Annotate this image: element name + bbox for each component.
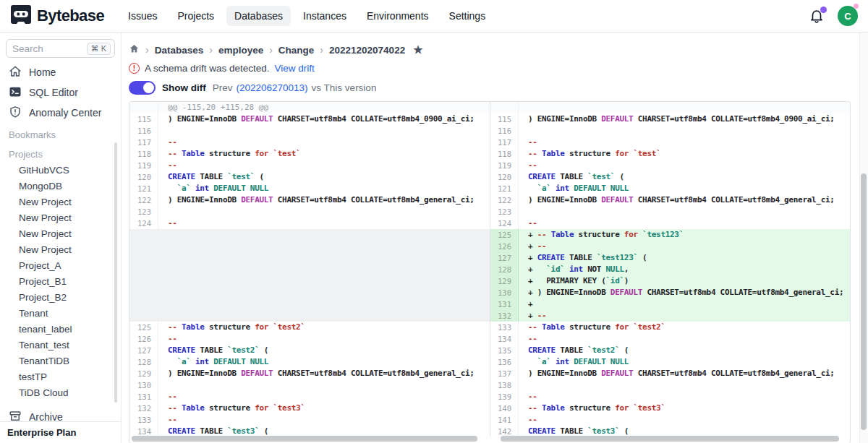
page-scrollbar-thumb[interactable] — [861, 173, 867, 430]
diff-line-number-left: 124 — [129, 218, 158, 229]
breadcrumb-separator: › — [209, 44, 213, 56]
anomaly-center-icon — [9, 106, 22, 121]
search-placeholder: Search — [12, 43, 87, 54]
sidebar-project-githubvcs[interactable]: GitHubVCS — [0, 162, 121, 178]
breadcrumb-item-20221202074022[interactable]: 20221202074022 — [329, 45, 405, 56]
diff-line-number-right: 139 — [490, 391, 519, 403]
diff-line-number-left — [129, 275, 158, 287]
sidebar-project-tenant[interactable]: Tenant — [0, 305, 121, 321]
diff-row: 121 `a` int DEFAULT NULL121 `a` int DEFA… — [129, 183, 850, 194]
diff-row: 116116 — [129, 125, 850, 137]
nav-item-databases[interactable]: Databases — [226, 6, 291, 26]
diff-code-l: -- — [158, 218, 490, 229]
sidebar: Search ⌘ K HomeSQL EditorAnomaly Center … — [0, 33, 122, 443]
sidebar-item-anomaly-center[interactable]: Anomaly Center — [0, 103, 121, 123]
sidebar-project-tenant-test[interactable]: Tenant_test — [0, 337, 121, 353]
breadcrumb-item-employee[interactable]: employee — [218, 45, 263, 56]
breadcrumb-item-change[interactable]: Change — [278, 45, 315, 56]
sidebar-project-tenanttidb[interactable]: TenantTiDB — [0, 353, 121, 369]
alert-text: A schema drift was detected. — [145, 63, 270, 74]
breadcrumb-home-icon[interactable] — [129, 43, 140, 56]
diff-row: 126--134-- — [129, 333, 850, 345]
breadcrumb-separator: › — [269, 44, 273, 56]
diff-line-number-left — [129, 287, 158, 298]
diff-line-number-left: 127 — [129, 345, 158, 356]
diff-left-hscrollbar[interactable] — [132, 436, 477, 442]
sidebar-project-testtp[interactable]: testTP — [0, 369, 121, 384]
diff-row: 122) ENGINE=InnoDB DEFAULT CHARSET=utf8m… — [129, 194, 850, 206]
diff-code-r: + `id` int NOT NULL, — [519, 264, 850, 275]
diff-line-number-left: 116 — [129, 125, 158, 137]
sidebar-project-project-b1[interactable]: Project_B1 — [0, 273, 121, 289]
section-label-bookmarks: Bookmarks — [0, 123, 121, 142]
vs-label: vs This version — [312, 82, 377, 93]
diff-row: 133--141-- — [129, 414, 850, 426]
avatar-initial: C — [838, 6, 858, 26]
sidebar-project-new-project[interactable]: New Project — [0, 210, 121, 225]
diff-code-r: + ) ENGINE=InnoDB DEFAULT CHARSET=utf8mb… — [519, 287, 850, 298]
sidebar-project-tenant-label[interactable]: tenant_label — [0, 321, 121, 337]
diff-line-number-right: 134 — [490, 333, 519, 345]
diff-line-number-left: 128 — [129, 356, 158, 368]
sidebar-project-project-a[interactable]: Project_A — [0, 257, 121, 273]
search-shortcut-kbd: ⌘ K — [87, 43, 111, 55]
diff-row: 131+ — [129, 298, 850, 310]
bookmark-star-icon[interactable]: ★ — [413, 43, 422, 56]
diff-code-r: CREATE TABLE `test2` ( — [519, 345, 850, 356]
nav-item-settings[interactable]: Settings — [441, 6, 494, 26]
diff-line-number-right: 141 — [490, 414, 519, 426]
breadcrumb-item-databases[interactable]: Databases — [155, 45, 204, 56]
diff-rows: @@ -115,20 +115,28 @@115) ENGINE=InnoDB … — [129, 102, 850, 437]
search-input[interactable]: Search ⌘ K — [6, 39, 115, 58]
sidebar-item-label: SQL Editor — [29, 87, 78, 98]
nav-item-environments[interactable]: Environments — [359, 6, 437, 26]
schema-drift-alert: ! A schema drift was detected. View drif… — [129, 60, 859, 76]
breadcrumb-separator: › — [320, 44, 323, 56]
plan-bar: Enterprise Plan — [0, 421, 121, 443]
sql-editor-icon — [9, 85, 22, 100]
sidebar-project-new-project[interactable]: New Project — [0, 241, 121, 257]
bytebase-logo[interactable]: Bytebase — [10, 4, 104, 28]
diff-code-l — [158, 264, 490, 275]
plan-label: Enterprise Plan — [7, 427, 76, 438]
sidebar-item-home[interactable]: Home — [0, 62, 121, 82]
notifications-button[interactable] — [809, 8, 825, 24]
diff-line-number-right: 125 — [490, 229, 519, 241]
diff-line-number-left: 132 — [129, 403, 158, 414]
sidebar-item-sql-editor[interactable]: SQL Editor — [0, 82, 121, 103]
sidebar-project-new-project[interactable]: New Project — [0, 194, 121, 210]
diff-line-number-left — [129, 229, 158, 241]
sidebar-project-tidb-cloud[interactable]: TiDB Cloud — [0, 384, 121, 400]
diff-line-number-right: 131 — [490, 298, 519, 310]
diff-line-number-left: 125 — [129, 322, 158, 333]
sidebar-project-project-b2[interactable]: Project_B2 — [0, 289, 121, 305]
diff-code-r: ) ENGINE=InnoDB DEFAULT CHARSET=utf8mb4 … — [519, 113, 850, 125]
sidebar-scrollbar[interactable] — [114, 142, 117, 403]
nav-item-issues[interactable]: Issues — [120, 6, 165, 26]
sidebar-project-mongodb[interactable]: MongoDB — [0, 178, 121, 194]
show-diff-toggle[interactable] — [129, 81, 156, 95]
nav-right: C — [809, 6, 858, 26]
user-avatar[interactable]: C — [838, 6, 858, 26]
diff-code-r: -- Table structure for `test` — [519, 148, 850, 160]
diff-line-number-left — [129, 264, 158, 275]
sidebar-project-new-project[interactable]: New Project — [0, 225, 121, 241]
toggle-knob — [143, 82, 154, 93]
diff-line-number-left: 122 — [129, 194, 158, 206]
diff-code-l — [158, 229, 490, 241]
diff-line-number-left: 118 — [129, 148, 158, 160]
diff-right-hscrollbar[interactable] — [501, 436, 839, 442]
prev-version-link[interactable]: (202206270013) — [237, 82, 308, 93]
diff-toolbar: Show diff Prev (202206270013) vs This ve… — [129, 79, 859, 96]
diff-code-r — [519, 125, 850, 137]
nav-item-projects[interactable]: Projects — [170, 6, 223, 26]
diff-line-number-right: 122 — [490, 194, 519, 206]
breadcrumb-separator: › — [145, 44, 149, 56]
bytebase-logo-icon — [10, 4, 32, 28]
diff-code-l: -- Table structure for `test3` — [158, 403, 490, 414]
nav-item-instances[interactable]: Instances — [295, 6, 354, 26]
main-content: ›Databases›employee›Change›2022120207402… — [122, 33, 859, 443]
diff-code-r: -- — [519, 414, 850, 426]
diff-code-r: -- — [519, 160, 850, 171]
view-drift-link[interactable]: View drift — [275, 63, 315, 74]
